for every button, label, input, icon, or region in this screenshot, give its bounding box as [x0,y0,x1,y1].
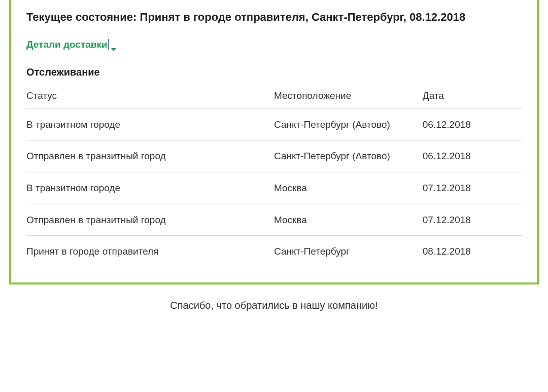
cell-date: 08.12.2018 [423,236,522,267]
cell-location: Санкт-Петербург (Автово) [274,109,423,140]
col-status-header: Статус [26,85,274,109]
cell-location: Санкт-Петербург (Автово) [274,140,423,172]
details-toggle-label: Детали доставки [26,39,108,50]
current-status-line: Текущее состояние: Принят в городе отпра… [26,10,522,25]
cell-location: Москва [274,172,423,204]
tracking-card: Текущее состояние: Принят в городе отпра… [9,0,539,284]
cell-date: 07.12.2018 [423,172,522,204]
cell-date: 06.12.2018 [423,140,522,172]
details-toggle[interactable]: Детали доставки [26,39,117,50]
current-status-label: Текущее состояние: [26,11,136,23]
cell-status: Отправлен в транзитный город [26,204,274,236]
cell-location: Санкт-Петербург [274,236,423,267]
table-row: Отправлен в транзитный город Москва 07.1… [26,204,522,236]
cell-status: В транзитном городе [26,172,274,204]
current-status-value: Принят в городе отправителя, Санкт-Петер… [140,11,466,23]
cell-status: Принят в городе отправителя [26,236,274,267]
table-row: Принят в городе отправителя Санкт-Петерб… [26,236,522,267]
text-cursor [108,39,109,50]
tracking-title: Отслеживание [26,66,522,78]
table-row: Отправлен в транзитный город Санкт-Петер… [26,140,522,172]
table-row: В транзитном городе Санкт-Петербург (Авт… [26,109,522,140]
cell-status: Отправлен в транзитный город [26,140,274,172]
col-date-header: Дата [423,85,522,109]
table-row: В транзитном городе Москва 07.12.2018 [26,172,522,204]
chevron-down-icon [111,43,117,47]
cell-date: 07.12.2018 [423,204,522,236]
table-header-row: Статус Местоположение Дата [26,85,522,109]
col-location-header: Местоположение [274,85,423,109]
tracking-table: Статус Местоположение Дата В транзитном … [26,85,522,267]
cell-status: В транзитном городе [26,109,274,140]
cell-date: 06.12.2018 [423,109,522,140]
cell-location: Москва [274,204,423,236]
thank-you-message: Спасибо, что обратились в нашу компанию! [0,300,548,311]
